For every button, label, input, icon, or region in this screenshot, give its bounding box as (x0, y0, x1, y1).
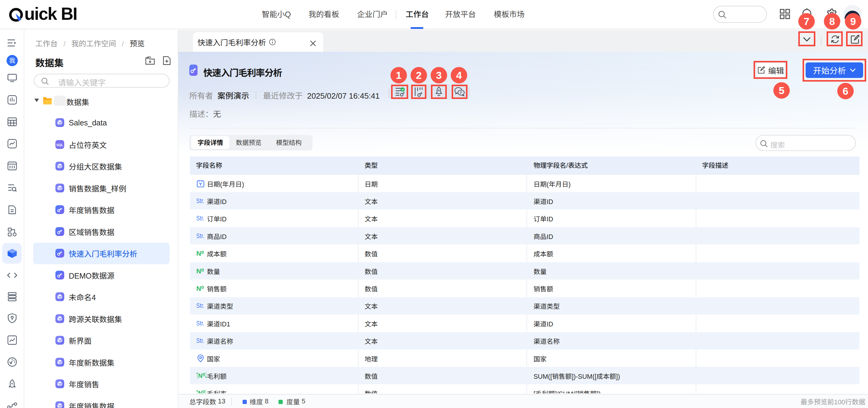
svg-text:SQL: SQL (56, 143, 63, 146)
